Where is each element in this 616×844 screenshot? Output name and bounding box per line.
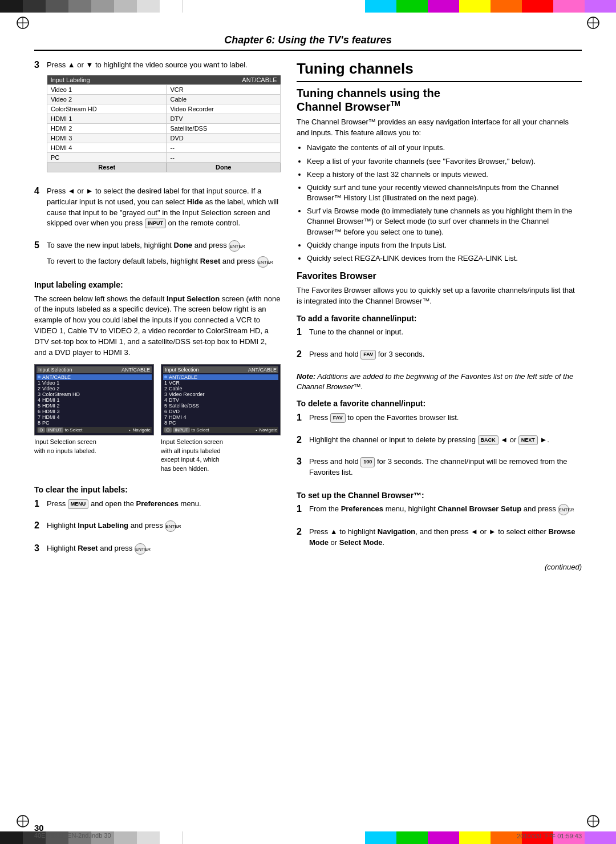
delete-fav-step-3: 3 Press and hold 100 for 3 seconds. The … [297, 457, 582, 483]
table-row: PC-- [47, 152, 281, 162]
setup-step-1-number: 1 [297, 504, 306, 514]
feature-item: Keep a list of your favorite channels (s… [307, 156, 582, 167]
feature-list: Navigate the contents of all of your inp… [297, 143, 582, 264]
chapter-header: Chapter 6: Using the TV's features [34, 34, 582, 51]
step-4-number: 4 [34, 186, 43, 196]
table-row: Video 2Cable [47, 94, 281, 104]
main-title: Tuning channels [297, 60, 582, 82]
feature-item: Quickly select REGZA-LINK devices from t… [307, 253, 582, 264]
delete-fav-step-2: 2 Highlight the channel or input to dele… [297, 435, 582, 450]
delete-fav-step-3-number: 3 [297, 457, 306, 467]
delete-fav-step-1-content: Press FAV to open the Favorites browser … [309, 413, 582, 428]
reg-mark-tr [586, 16, 600, 30]
table-row: HDMI 3DVD [47, 133, 281, 143]
table-row: ColorStream HDVideo Recorder [47, 104, 281, 114]
step-3-text: Press ▲ or ▼ to highlight the video sour… [47, 60, 281, 71]
table-row: Video 1VCR [47, 84, 281, 94]
input-labeling-example: Input labeling example: The screen below… [34, 279, 281, 478]
clear-step-1: 1 Press MENU and open the Preferences me… [34, 499, 281, 514]
delete-fav-title: To delete a favorite channel/input: [297, 398, 582, 409]
feature-item: Keep a history of the last 32 channels o… [307, 169, 582, 180]
add-fav-step-1-content: Tune to the channel or input. [309, 327, 582, 342]
step-4-content: Press ◄ or ► to select the desired label… [47, 186, 281, 233]
setup-browser-title: To set up the Channel Browser™: [297, 490, 582, 501]
clear-step-3: 3 Highlight Reset and press ENTER. [34, 543, 281, 559]
add-fav-step-2: 2 Press and hold FAV for 3 seconds. [297, 349, 582, 365]
table-row: HDMI 1DTV [47, 114, 281, 123]
add-fav-step-1: 1 Tune to the channel or input. [297, 327, 582, 342]
step-5-number: 5 [34, 240, 43, 251]
feature-item: Quickly surf and tune your recently view… [307, 183, 582, 203]
screen-left-box: Input SelectionANT/CABLE ANT/CABLE 1 Vid… [34, 364, 154, 435]
setup-step-2-content: Press ▲ to highlight Navigation, and the… [309, 527, 582, 553]
delete-fav-step-1: 1 Press FAV to open the Favorites browse… [297, 413, 582, 428]
delete-fav-step-3-content: Press and hold 100 for 3 seconds. The ch… [309, 457, 582, 483]
step-5-content: To save the new input labels, highlight … [47, 240, 281, 272]
favorites-browser-intro: The Favorites Browser allows you to quic… [297, 285, 582, 307]
clear-labels-section: To clear the input labels: 1 Press MENU … [34, 484, 281, 559]
delete-fav-step-1-number: 1 [297, 413, 306, 423]
favorites-browser-title: Favorites Browser [297, 269, 582, 282]
add-fav-step-2-content: Press and hold FAV for 3 seconds. [309, 349, 582, 365]
step-4: 4 Press ◄ or ► to select the desired lab… [34, 186, 281, 233]
add-fav-step-2-number: 2 [297, 349, 306, 360]
screen-left-caption: Input Selection screenwith no inputs lab… [34, 438, 154, 456]
screen-right-caption: Input Selection screenwith all inputs la… [161, 438, 281, 474]
step-3-content: Press ▲ or ▼ to highlight the video sour… [47, 60, 281, 179]
step-5-text2: To revert to the factory default labels,… [47, 256, 281, 268]
clear-step-3-number: 3 [34, 543, 43, 554]
delete-fav-step-2-content: Highlight the channel or input to delete… [309, 435, 582, 450]
footer-file-right: 2010/3/9 下午 01:59:43 [517, 832, 582, 841]
reg-mark-tl [16, 16, 30, 30]
table-row: HDMI 2Satellite/DSS [47, 123, 281, 133]
table-header-left: Input Labeling [47, 75, 167, 85]
clear-step-2-content: Highlight Input Labeling and press ENTER… [47, 520, 281, 536]
table-row: HDMI 4-- [47, 143, 281, 152]
step-5-text1: To save the new input labels, highlight … [47, 240, 281, 252]
feature-item: Quickly change inputs from the Inputs Li… [307, 240, 582, 251]
color-bar-top [0, 0, 616, 13]
setup-step-2: 2 Press ▲ to highlight Navigation, and t… [297, 527, 582, 553]
input-labeling-text: The screen below left shows the default … [34, 294, 281, 358]
feature-item: Navigate the contents of all of your inp… [307, 143, 582, 153]
screen-left: Input SelectionANT/CABLE ANT/CABLE 1 Vid… [34, 364, 154, 479]
clear-step-2-number: 2 [34, 520, 43, 531]
reg-mark-br [586, 814, 600, 828]
input-labeling-table: Input Labeling ANT/CABLE Video 1VCR Vide… [47, 75, 281, 172]
clear-step-1-number: 1 [34, 499, 43, 509]
add-fav-note: Note: Additions are added to the beginni… [297, 371, 582, 392]
footer-info: 40E200U1_EN-2nd.indb 30 2010/3/9 下午 01:5… [34, 832, 582, 841]
clear-step-3-content: Highlight Reset and press ENTER. [47, 543, 281, 559]
footer-file-left: 40E200U1_EN-2nd.indb 30 [34, 832, 111, 841]
channel-browser-title: Tuning channels using theChannel Browser… [297, 87, 582, 114]
left-column: 3 Press ▲ or ▼ to highlight the video so… [34, 60, 281, 578]
add-fav-step-1-number: 1 [297, 327, 306, 337]
delete-fav-step-2-number: 2 [297, 435, 306, 445]
setup-step-1: 1 From the Preferences menu, highlight C… [297, 504, 582, 520]
small-screens-container: Input SelectionANT/CABLE ANT/CABLE 1 Vid… [34, 364, 281, 479]
table-header-right: ANT/CABLE [167, 75, 281, 85]
feature-item: Surf via Browse mode (to immediately tun… [307, 206, 582, 237]
screen-right-box: Input SelectionANT/CABLE ANT/CABLE 1 VCR… [161, 364, 281, 435]
channel-browser-intro: The Channel Browser™ provides an easy na… [297, 117, 582, 139]
add-fav-title: To add a favorite channel/input: [297, 313, 582, 324]
chapter-title: Chapter 6: Using the TV's features [34, 34, 582, 46]
step-4-text: Press ◄ or ► to select the desired label… [47, 186, 281, 229]
clear-labels-title: To clear the input labels: [34, 484, 281, 495]
step-3-number: 3 [34, 60, 43, 70]
clear-step-2: 2 Highlight Input Labeling and press ENT… [34, 520, 281, 536]
step-3: 3 Press ▲ or ▼ to highlight the video so… [34, 60, 281, 179]
right-column: Tuning channels Tuning channels using th… [297, 60, 582, 578]
page-number: 30 [34, 823, 44, 833]
reg-mark-bl [16, 814, 30, 828]
table-footer-row: Reset Done [47, 162, 281, 172]
input-labeling-title: Input labeling example: [34, 279, 281, 290]
setup-step-2-number: 2 [297, 527, 306, 537]
setup-step-1-content: From the Preferences menu, highlight Cha… [309, 504, 582, 520]
continued-text: (continued) [297, 562, 582, 573]
screen-right: Input SelectionANT/CABLE ANT/CABLE 1 VCR… [161, 364, 281, 479]
clear-step-1-content: Press MENU and open the Preferences menu… [47, 499, 281, 514]
step-5: 5 To save the new input labels, highligh… [34, 240, 281, 272]
